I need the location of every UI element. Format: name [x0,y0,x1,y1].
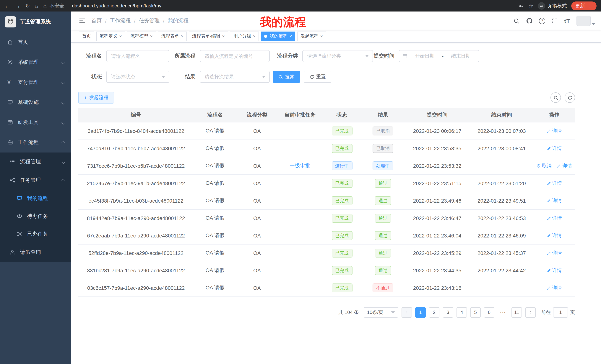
submit-time: 2022-01-22 23:46:04 [413,232,461,238]
tag-tab[interactable]: 发起流程 × [297,31,326,41]
page-size-select[interactable]: 10条/页 [364,307,398,317]
breadcrumb-home[interactable]: 首页 [91,18,102,24]
current-task-link[interactable]: 一级审批 [290,162,310,169]
security-label[interactable]: 不安全 [50,2,64,9]
forward-icon[interactable]: → [15,3,20,9]
cancel-link[interactable]: 取消 [536,162,551,169]
result-select[interactable]: 请选择流结果 [200,71,270,83]
chevron-down-icon [61,160,65,164]
tag-tab[interactable]: 首页 × [79,31,94,41]
sidebar-item-workflow[interactable]: 工作流程 [0,133,71,153]
help-icon[interactable]: ? [539,18,545,24]
chevron-right-icon [528,310,533,315]
create-process-button[interactable]: + 发起流程 [78,92,114,104]
sidebar-item-done-tasks[interactable]: 已办任务 [0,225,71,243]
detail-link[interactable]: 详情 [547,249,562,256]
end-date-placeholder[interactable]: 结束日期 [446,53,476,59]
sidebar-item-my-process[interactable]: 我的流程 [0,190,71,207]
app-logo[interactable]: 芋道管理系统 [0,11,71,32]
start-date-placeholder[interactable]: 开始日期 [410,53,440,59]
tag-tab[interactable]: 流程表单 × [158,31,187,41]
close-icon[interactable]: × [253,34,256,38]
process-id: 7470a810-7b9b-11ec-b5b7-acde48001122 [87,145,185,151]
reset-button[interactable]: 重置 [304,71,331,83]
bookmark-star-icon[interactable]: ☆ [528,3,533,9]
user-menu[interactable] [576,16,595,26]
goto-page-input[interactable] [553,307,568,317]
tag-tab[interactable]: 流程定义 × [96,31,125,41]
owner-process-input[interactable] [200,50,270,62]
sidebar-item-home[interactable]: 首页 [0,32,71,52]
date-range-picker[interactable]: 开始日期 - 结束日期 [399,50,479,62]
detail-link[interactable]: 详情 [547,284,562,291]
sidebar-item-leave-query[interactable]: 请假查询 [0,243,71,262]
tag-tab[interactable]: 我的流程 × [261,31,295,41]
process-id: 331bc281-7b9a-11ec-a290-acde48001122 [87,267,185,273]
close-icon[interactable]: × [119,34,122,38]
category-select[interactable]: 请选择流程分类 [302,50,373,62]
detail-link[interactable]: 详情 [557,162,572,169]
prev-page-button[interactable] [401,307,412,317]
status-label: 状态 [78,74,106,80]
sidebar-item-infrastructure[interactable]: 基础设施 [0,92,71,112]
breadcrumb-workflow[interactable]: 工作流程 [110,18,131,24]
page-number-button[interactable]: 4 [457,307,467,317]
home-icon [7,39,13,45]
page-number-button[interactable]: 11 [511,307,522,317]
next-page-button[interactable] [525,307,536,317]
column-header: 编号 [78,108,193,122]
fullscreen-icon[interactable] [551,18,558,24]
hamburger-icon[interactable] [79,18,85,24]
detail-link[interactable]: 详情 [547,232,562,239]
page-number-button[interactable]: 2 [429,307,440,317]
address-bar[interactable]: ⚠ 不安全 | dashboard.yudao.iocoder.cn/bpm/t… [43,2,513,9]
browser-home-icon[interactable]: ⌂ [35,3,38,9]
process-name-input[interactable] [106,50,169,62]
github-icon[interactable] [526,18,533,24]
browser-toolbar: ← → ↻ ⌂ ⚠ 不安全 | dashboard.yudao.iocoder.… [0,0,601,11]
toggle-search-button[interactable] [551,92,561,103]
tag-tab[interactable]: 用户分组 × [230,31,259,41]
status-tag: 已完成 [331,179,352,188]
update-button[interactable]: 更新 ⋮ [571,1,597,10]
breadcrumb-task-management[interactable]: 任务管理 [139,18,160,24]
tag-tab[interactable]: 流程表单-编辑 × [189,31,228,41]
sidebar-item-task-management[interactable]: 任务管理 [0,171,71,190]
reload-icon[interactable]: ↻ [25,3,30,9]
detail-link[interactable]: 详情 [547,145,562,152]
process-id: 2152467e-7b9b-11ec-9a1b-acde48001122 [87,180,185,186]
detail-link[interactable]: 详情 [547,267,562,274]
sidebar-item-payment[interactable]: ¥ 支付管理 [0,72,71,92]
close-icon[interactable]: × [222,34,225,38]
page-number-button[interactable]: 6 [484,307,494,317]
refresh-table-button[interactable] [565,92,575,103]
sidebar-item-devtools[interactable]: 研发工具 [0,112,71,133]
goto-page: 前往 页 [541,307,575,317]
close-icon[interactable]: × [181,34,183,38]
end-time: 2022-01-22 23:46:53 [478,215,526,221]
sidebar-item-process-management[interactable]: 流程管理 [0,153,71,171]
detail-link[interactable]: 详情 [547,197,562,204]
page-number-button[interactable]: 1 [415,307,426,317]
font-size-icon[interactable]: tT [564,18,570,24]
url-text[interactable]: dashboard.yudao.iocoder.cn/bpm/task/my [72,3,161,9]
tag-tab[interactable]: 流程模型 × [127,31,156,41]
browser-menu-icon[interactable]: ⋮ [588,3,592,9]
password-key-icon[interactable] [518,3,524,9]
close-icon[interactable]: × [150,34,153,38]
close-icon[interactable]: × [320,34,323,38]
page-number-button[interactable]: ··· [498,307,508,317]
page-number-button[interactable]: 5 [470,307,481,317]
close-icon[interactable]: × [289,34,292,38]
search-icon[interactable] [513,18,520,24]
detail-link[interactable]: 详情 [547,127,562,134]
sidebar-item-system[interactable]: 系统管理 [0,52,71,72]
sidebar-item-todo-tasks[interactable]: 待办任务 [0,207,71,225]
detail-link[interactable]: 详情 [547,215,562,221]
detail-link[interactable]: 详情 [547,180,562,186]
end-time: 2022-01-22 23:44:42 [478,267,526,273]
page-number-button[interactable]: 3 [443,307,453,317]
search-button[interactable]: 搜索 [273,71,300,83]
back-icon[interactable]: ← [4,3,10,9]
status-select[interactable]: 请选择状态 [106,71,169,83]
